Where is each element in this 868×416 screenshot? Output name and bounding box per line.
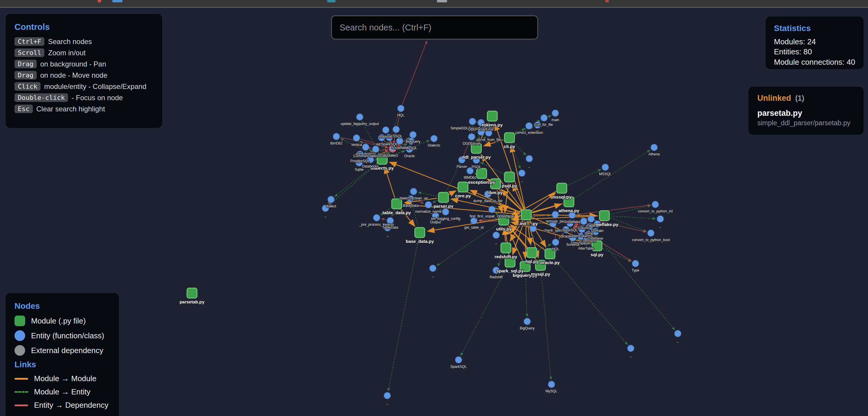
entity-node[interactable] (356, 114, 363, 120)
entity-node[interactable] (431, 135, 437, 142)
entity-node[interactable] (363, 144, 369, 150)
entity-node[interactable] (353, 135, 360, 141)
node-label: ddl_parser.py (462, 154, 491, 160)
node-label: ibm.py (489, 190, 503, 195)
entity-node[interactable] (410, 132, 416, 138)
graph-edge-ed (370, 148, 371, 148)
node-label: Athena (649, 152, 660, 156)
module-node[interactable] (392, 199, 402, 209)
entity-node[interactable] (548, 381, 555, 388)
node-label: Parser (457, 165, 467, 169)
graph-edge-me (525, 273, 527, 317)
entity-node[interactable] (530, 225, 536, 232)
entity-node[interactable] (526, 155, 532, 162)
node-label: Type (631, 268, 639, 272)
module-node[interactable] (487, 111, 497, 121)
search-container (331, 15, 538, 40)
node-label: MSSQL (599, 172, 612, 176)
control-desc: module/entity - Collapse/Expand (44, 82, 147, 91)
unlinked-panel: Unlinked (1) parsetab.py simple_ddl_pars… (748, 86, 864, 135)
entity-node[interactable] (675, 330, 681, 337)
node-label: _ (532, 233, 534, 237)
legend-nodes-title: Nodes (14, 301, 110, 311)
entity-node[interactable] (581, 218, 587, 224)
entity-node[interactable] (471, 217, 477, 224)
module-node[interactable] (527, 248, 537, 257)
browser-tab-fragment (113, 0, 122, 2)
module-node[interactable] (438, 192, 448, 202)
entity-node[interactable] (469, 118, 476, 125)
entity-node[interactable] (333, 133, 340, 140)
entity-node[interactable] (541, 115, 547, 121)
legend-label: Entity (function/class) (31, 331, 104, 340)
node-label: PostgreSQL (350, 159, 370, 163)
node-label: MySQL (405, 146, 417, 150)
node-label: __init__.py (515, 221, 538, 226)
entity-node[interactable] (372, 146, 379, 152)
module-node[interactable] (599, 211, 610, 221)
legend-label: External dependency (31, 346, 103, 355)
entity-node[interactable] (393, 126, 399, 133)
legend-item: Module → Module (14, 374, 110, 383)
entity-node[interactable] (493, 232, 499, 238)
graph-edge-me (433, 200, 438, 203)
entity-node[interactable] (588, 216, 594, 222)
entity-node[interactable] (552, 239, 559, 245)
entity-node[interactable] (524, 318, 530, 325)
module-node[interactable] (415, 228, 425, 238)
entity-node[interactable] (602, 164, 609, 171)
module-node[interactable] (504, 133, 515, 143)
legend-links-title: Links (14, 360, 110, 369)
node-label: Dialect (387, 153, 398, 158)
key-chip: Drag (14, 60, 37, 68)
node-label: normalize_name (415, 209, 442, 214)
node-label: Databricks (362, 164, 379, 168)
entity-node[interactable] (651, 144, 657, 151)
entity-node[interactable] (489, 206, 495, 213)
search-input[interactable] (331, 15, 538, 40)
entity-node[interactable] (382, 127, 389, 133)
node-label: check_spec (544, 229, 562, 233)
module-node[interactable] (458, 182, 468, 192)
entity-node[interactable] (632, 260, 639, 267)
node-label: DDLParserError (468, 127, 494, 132)
node-label: BigQuery (520, 326, 535, 330)
node-label: Vertica (351, 143, 362, 147)
entity-node[interactable] (552, 110, 559, 116)
entity-node[interactable] (398, 105, 404, 112)
module-node[interactable] (504, 172, 515, 182)
node-label: Table (587, 224, 595, 228)
entity-node[interactable] (468, 134, 475, 140)
entity-node[interactable] (442, 209, 449, 215)
control-row: Esc Clear search highlight (14, 105, 153, 113)
entity-node[interactable] (627, 345, 634, 352)
graph-edge-me (514, 142, 526, 155)
external-swatch-icon (14, 345, 25, 356)
entity-node[interactable] (657, 216, 663, 222)
entity-node[interactable] (526, 123, 532, 129)
entity-node[interactable] (519, 170, 525, 176)
module-node[interactable] (557, 183, 567, 193)
node-label: DDLParser (463, 141, 480, 146)
entity-node[interactable] (410, 188, 417, 195)
entity-node[interactable] (455, 357, 462, 363)
entity-node[interactable] (425, 202, 432, 208)
node-label: dump_data_to_file (473, 199, 503, 203)
module-node[interactable] (187, 288, 197, 298)
module-node[interactable] (476, 168, 487, 178)
control-row: Double-click - Focus on node (14, 93, 153, 102)
entity-node[interactable] (373, 214, 380, 221)
entity-node[interactable] (430, 265, 436, 272)
entity-node[interactable] (652, 201, 658, 208)
entity-node[interactable] (552, 211, 559, 218)
module-node[interactable] (521, 210, 531, 220)
node-label: TableData (382, 226, 398, 230)
control-row: Scroll Zoom in/out (14, 48, 153, 57)
entity-node[interactable] (648, 230, 654, 236)
entity-node[interactable] (384, 392, 391, 399)
graph-edge-me (554, 259, 627, 345)
entity-node[interactable] (328, 196, 334, 203)
node-label: Output (430, 220, 441, 224)
unlinked-item-name[interactable]: parsetab.py (757, 109, 855, 118)
module-node[interactable] (501, 243, 511, 253)
